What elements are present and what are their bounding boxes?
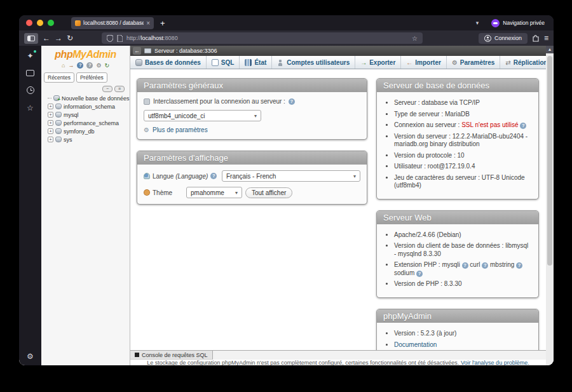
- tab-close-icon[interactable]: ×: [146, 20, 150, 27]
- language-icon: [144, 173, 150, 179]
- logout-icon[interactable]: →: [68, 62, 74, 69]
- ai-chatbot-icon[interactable]: ✦: [27, 52, 33, 60]
- tab-parametres[interactable]: ⚙Paramètres: [447, 56, 500, 69]
- pma-sidebar-icon-row: ⌂ → ⚙ ↻: [41, 62, 130, 69]
- list-item: Version du protocole : 10: [394, 152, 532, 160]
- panel-title: Paramètres d'affichage: [137, 151, 367, 165]
- help-icon[interactable]: [416, 271, 423, 277]
- url-bar[interactable]: http://localhost:8080 ☆: [102, 32, 423, 44]
- url-text[interactable]: http://localhost:8080: [126, 35, 408, 41]
- new-database-label: Nouvelle base de données: [62, 95, 130, 102]
- sidebar-settings-gear-icon[interactable]: ⚙: [27, 353, 34, 360]
- new-database-item[interactable]: Nouvelle base de données: [48, 94, 130, 102]
- warning-analysis-link[interactable]: Voir l'analyse du problème.: [461, 360, 529, 365]
- tree-item-performance-schema[interactable]: performance_schema: [48, 119, 130, 127]
- bookmark-star-icon[interactable]: ☆: [412, 35, 418, 42]
- theme-select[interactable]: pmahomme ▾: [186, 187, 242, 198]
- expand-icon[interactable]: [48, 137, 53, 142]
- collapse-all-button[interactable]: −: [102, 86, 112, 92]
- page-scrollbar[interactable]: ▲: [546, 46, 554, 365]
- help-icon[interactable]: [482, 262, 488, 269]
- history-icon[interactable]: [27, 86, 34, 94]
- breadcrumb-back-button[interactable]: ←: [133, 47, 141, 55]
- connexion-button[interactable]: Connexion: [479, 33, 528, 44]
- server-menu-tabs: Bases de données SQL État Comptes utilis…: [130, 56, 546, 69]
- database-tree: Nouvelle base de données information_sch…: [48, 94, 130, 144]
- database-server-panel: Serveur de base de données Serveur : dat…: [376, 78, 539, 199]
- tab-importer[interactable]: ←Importer: [401, 56, 447, 69]
- shield-icon[interactable]: [107, 35, 113, 42]
- browser-tab[interactable]: localhost:8080 / database | php ×: [71, 17, 154, 29]
- export-icon: →: [360, 59, 367, 66]
- breadcrumb: ← Serveur : database:3306: [130, 46, 546, 56]
- mariadb-docs-icon[interactable]: [86, 62, 93, 69]
- pma-sidebar-tabs: Récentes Préférées: [44, 72, 127, 83]
- show-all-button[interactable]: Tout afficher: [245, 187, 292, 198]
- expand-icon[interactable]: [48, 104, 53, 109]
- replication-icon: ⇄: [505, 59, 510, 66]
- phpmyadmin-list: Version : 5.2.3 (à jour) Documentation S…: [386, 330, 532, 351]
- reload-navigation-icon[interactable]: ↻: [104, 62, 109, 69]
- close-window-button[interactable]: [26, 20, 32, 26]
- pma-docs-icon[interactable]: [77, 62, 83, 69]
- page-info-icon[interactable]: [117, 35, 123, 42]
- settings-icon: ⚙: [452, 59, 458, 66]
- home-icon[interactable]: ⌂: [62, 62, 65, 69]
- config-storage-warning: Le stockage de configuration phpMyAdmin …: [130, 360, 546, 365]
- tab-comptes-utilisateurs[interactable]: Comptes utilisateurs: [272, 56, 355, 69]
- language-select[interactable]: Français - French ▾: [222, 170, 360, 182]
- tree-item-symfony-db[interactable]: symfony_db: [48, 127, 130, 135]
- extensions-icon[interactable]: [532, 34, 540, 42]
- new-tab-button[interactable]: +: [160, 18, 165, 28]
- collation-select[interactable]: utf8mb4_unicode_ci ▾: [144, 110, 261, 121]
- database-icon: [55, 104, 62, 109]
- help-icon[interactable]: [210, 173, 217, 179]
- expand-icon[interactable]: [48, 112, 53, 118]
- minimize-window-button[interactable]: [37, 20, 43, 26]
- tab-bases-de-donnees[interactable]: Bases de données: [130, 56, 207, 69]
- help-icon[interactable]: [516, 262, 522, 269]
- scrollbar-thumb[interactable]: [547, 56, 552, 266]
- expand-icon[interactable]: [48, 128, 53, 134]
- panel-title: Serveur de base de données: [377, 79, 538, 92]
- tree-controls: − ≡: [46, 86, 125, 92]
- menu-hamburger-icon[interactable]: ≡: [544, 34, 548, 42]
- firefox-vertical-sidebar: ✦ ☆ ⚙: [19, 46, 41, 365]
- tab-sql[interactable]: SQL: [207, 56, 240, 69]
- nav-settings-gear-icon[interactable]: ⚙: [96, 62, 101, 69]
- collation-icon: [144, 98, 150, 105]
- tab-overflow-chevron-icon[interactable]: ▾: [476, 20, 479, 26]
- list-item: Apache/2.4.66 (Debian): [394, 231, 532, 240]
- chevron-down-icon: ▾: [254, 113, 257, 119]
- forward-button[interactable]: →: [55, 34, 62, 42]
- maximize-window-button[interactable]: [48, 20, 54, 26]
- tab-recentes[interactable]: Récentes: [44, 72, 74, 83]
- more-settings-link[interactable]: Plus de paramètres: [153, 126, 208, 133]
- scroll-top-icon[interactable]: ▲: [546, 46, 554, 53]
- version-text: Version : 5.2.3 (à jour): [394, 330, 532, 338]
- help-icon[interactable]: [462, 262, 468, 269]
- tree-item-mysql[interactable]: mysql: [48, 111, 130, 119]
- collation-label: Interclassement pour la connexion au ser…: [153, 98, 285, 105]
- documentation-link[interactable]: Documentation: [394, 341, 437, 348]
- synced-tabs-icon[interactable]: [26, 70, 34, 76]
- language-label: Langue (Language): [153, 173, 208, 180]
- expand-icon[interactable]: [48, 120, 53, 126]
- sql-console-toggle[interactable]: Console de requêtes SQL: [130, 351, 213, 360]
- tree-item-information-schema[interactable]: information_schema: [48, 102, 130, 111]
- tab-etat[interactable]: État: [240, 56, 272, 69]
- bookmarks-icon[interactable]: ☆: [27, 104, 34, 112]
- sidebar-toggle-button[interactable]: [24, 33, 38, 44]
- help-icon[interactable]: [289, 98, 295, 105]
- web-server-list: Apache/2.4.66 (Debian) Version du client…: [386, 231, 532, 288]
- back-button[interactable]: ←: [43, 34, 50, 42]
- tree-item-sys[interactable]: sys: [48, 135, 130, 144]
- pma-logo[interactable]: phpMyAdmin: [41, 49, 130, 60]
- help-icon[interactable]: [520, 123, 526, 129]
- unexpand-all-button[interactable]: ≡: [114, 86, 125, 92]
- import-icon: ←: [406, 59, 412, 66]
- tab-preferees[interactable]: Préférées: [76, 72, 107, 83]
- ssl-warning-text: SSL n'est pas utilisé: [461, 121, 518, 128]
- tab-exporter[interactable]: →Exporter: [355, 56, 401, 69]
- reload-button[interactable]: ↻: [67, 34, 73, 42]
